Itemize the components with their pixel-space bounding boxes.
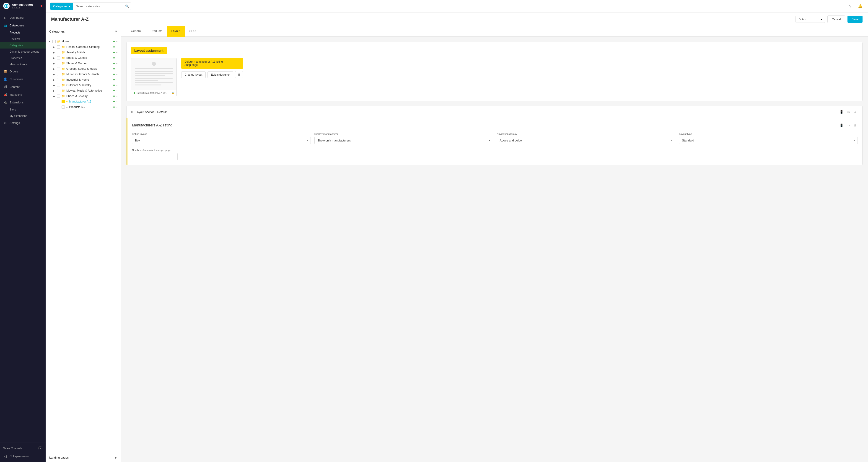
tree-item-books-games[interactable]: ▶ 📁 Books & Games ··· — [50, 55, 121, 61]
tree-checkbox-shoes-jewelry[interactable] — [57, 95, 60, 98]
tree-checkbox-home[interactable] — [53, 40, 56, 43]
tree-checkbox-jewelry[interactable] — [57, 51, 60, 54]
save-button[interactable]: Save — [847, 16, 863, 23]
tree-more-shoes-jewelry[interactable]: ··· — [116, 95, 118, 98]
listing-tablet-icon[interactable]: ▭ — [845, 123, 851, 128]
tab-seo[interactable]: SEO — [185, 26, 200, 36]
sidebar-header: Administration 6.4.20.1 — [0, 0, 45, 12]
sidebar-item-orders[interactable]: 📦 Orders — [0, 68, 45, 75]
listing-layout-select[interactable]: Box ▾ — [132, 137, 311, 144]
tree-more-shoes-garden[interactable]: ··· — [116, 62, 118, 65]
sidebar-item-categories[interactable]: Categories — [0, 42, 45, 48]
tree-checkbox-health[interactable] — [57, 45, 60, 48]
tree-item-shoes-garden[interactable]: ▶ 📁 Shoes & Garden ··· — [50, 61, 121, 66]
tree-more-home[interactable]: ··· — [116, 40, 118, 43]
sidebar-item-my-extensions[interactable]: My extensions — [0, 113, 45, 119]
tree-expand-industrial[interactable]: ▶ — [53, 78, 56, 81]
tree-expand-health[interactable]: ▶ — [53, 45, 56, 48]
display-manufacturer-select[interactable]: Show only manufacturers ▾ — [314, 137, 493, 144]
tree-more-manufacturer[interactable]: ··· — [116, 100, 118, 103]
tree-expand-outdoors[interactable]: ▶ — [53, 84, 56, 87]
tablet-device-icon[interactable]: ▭ — [845, 109, 851, 114]
mobile-device-icon[interactable]: 📱 — [839, 109, 844, 114]
cancel-button[interactable]: Cancel — [828, 15, 845, 23]
tree-more-books[interactable]: ··· — [116, 56, 118, 60]
sidebar-item-manufacturers[interactable]: Manufacturers — [0, 61, 45, 68]
desktop-device-icon[interactable]: 🖥 — [852, 109, 858, 114]
tab-general[interactable]: General — [126, 26, 146, 36]
tree-item-shoes-jewelry[interactable]: ▶ 📁 Shoes & Jewelry ··· — [50, 93, 121, 99]
sidebar-item-collapse[interactable]: ◁ Collapse menu — [0, 453, 45, 460]
tree-checkbox-books[interactable] — [57, 56, 60, 60]
sidebar-item-content[interactable]: 🖼 Content — [0, 83, 45, 91]
tree-item-outdoors-jewelry[interactable]: ▶ 📁 Outdoors & Jewelry ··· — [50, 82, 121, 88]
layout-tooltip-type: Shop page — [184, 63, 240, 67]
sidebar-item-dynamic-product-groups[interactable]: Dynamic product groups — [0, 48, 45, 55]
tree-more-grocery[interactable]: ··· — [116, 67, 118, 70]
tab-products[interactable]: Products — [146, 26, 167, 36]
tree-item-home[interactable]: ▾ 📁 Home ··· — [45, 39, 121, 44]
sidebar-nav: ⊙ Dashboard ▤ Catalogues Products Review… — [0, 12, 45, 442]
tree-more-health[interactable]: ··· — [116, 45, 118, 48]
tree-expand-books[interactable]: ▶ — [53, 56, 56, 60]
tree-expand-shoes-jewelry[interactable]: ▶ — [53, 95, 56, 98]
listing-desktop-icon[interactable]: 🖥 — [852, 123, 858, 128]
change-layout-button[interactable]: Change layout — [181, 71, 206, 78]
sidebar-item-properties[interactable]: Properties — [0, 55, 45, 61]
landing-pages-row[interactable]: Landing pages ▶ — [45, 453, 121, 462]
tree-checkbox-products-az[interactable] — [62, 105, 65, 109]
tree-checkbox-industrial[interactable] — [57, 78, 60, 81]
tree-checkbox-outdoors[interactable] — [57, 84, 60, 87]
panel-collapse-button[interactable]: ▾ — [115, 29, 117, 33]
tree-expand-jewelry[interactable]: ▶ — [53, 51, 56, 54]
tree-item-music-outdoors[interactable]: ▶ 📁 Music, Outdoors & Health ··· — [50, 71, 121, 77]
tree-expand-grocery[interactable]: ▶ — [53, 67, 56, 70]
tree-checkbox-shoes-garden[interactable] — [57, 62, 60, 65]
layout-type-select[interactable]: Standard ▾ — [679, 137, 858, 144]
tree-item-industrial-home[interactable]: ▶ 📁 Industrial & Home ··· — [50, 77, 121, 82]
add-sales-channel-button[interactable]: + — [38, 446, 42, 450]
tree-expand-music[interactable]: ▶ — [53, 73, 56, 76]
manufacturers-per-page-input[interactable]: 24 — [132, 153, 178, 160]
sidebar-item-dashboard[interactable]: ⊙ Dashboard — [0, 14, 45, 22]
tree-item-manufacturer-az[interactable]: ● Manufacturer A-Z ··· — [55, 99, 121, 104]
tree-item-grocery-sports[interactable]: ▶ 📁 Grocery, Sports & Music ··· — [50, 66, 121, 71]
tree-item-jewelry-kids[interactable]: ▶ 📁 Jewelry & Kids ··· — [50, 50, 121, 55]
preview-sm-2 — [135, 73, 173, 74]
delete-layout-button[interactable]: 🗑 — [235, 71, 243, 78]
notifications-icon[interactable]: 🔔 — [857, 3, 863, 9]
search-input[interactable] — [73, 3, 123, 10]
tab-layout[interactable]: Layout — [167, 26, 185, 37]
tree-more-movies[interactable]: ··· — [116, 89, 118, 92]
tree-more-industrial[interactable]: ··· — [116, 78, 118, 81]
tree-item-movies-music[interactable]: ▶ 📁 Movies, Music & Automotive ··· — [50, 88, 121, 93]
tree-expand-movies[interactable]: ▶ — [53, 89, 56, 92]
categories-button[interactable]: Categories ▾ — [51, 3, 73, 10]
tree-expand-home[interactable]: ▾ — [48, 40, 51, 43]
sidebar-item-customers[interactable]: 👤 Customers — [0, 75, 45, 83]
help-icon[interactable]: ? — [847, 3, 854, 9]
tree-more-products-az[interactable]: ··· — [116, 105, 118, 109]
search-button[interactable]: 🔍 — [123, 3, 131, 10]
language-selector[interactable]: Dutch ▾ — [796, 16, 825, 23]
navigation-display-select[interactable]: Above and below ▾ — [497, 137, 676, 144]
sidebar-item-marketing[interactable]: 📣 Marketing — [0, 91, 45, 99]
listing-mobile-icon[interactable]: 📱 — [839, 123, 844, 128]
tree-checkbox-movies[interactable] — [57, 89, 60, 92]
sidebar-item-products[interactable]: Products — [0, 29, 45, 36]
tree-more-music[interactable]: ··· — [116, 73, 118, 76]
sidebar-item-settings[interactable]: ⚙ Settings — [0, 119, 45, 127]
tree-checkbox-manufacturer[interactable] — [62, 100, 65, 103]
tree-more-jewelry[interactable]: ··· — [116, 51, 118, 54]
sidebar-item-reviews[interactable]: Reviews — [0, 36, 45, 42]
edit-in-designer-button[interactable]: Edit in designer — [208, 71, 233, 78]
sidebar-item-store[interactable]: Store — [0, 106, 45, 113]
tree-expand-shoes-garden[interactable]: ▶ — [53, 62, 56, 65]
sidebar-item-extensions[interactable]: 🔌 Extensions — [0, 99, 45, 106]
sidebar-item-catalogues[interactable]: ▤ Catalogues — [0, 22, 45, 29]
tree-checkbox-grocery[interactable] — [57, 67, 60, 70]
tree-checkbox-music[interactable] — [57, 73, 60, 76]
tree-item-products-az[interactable]: ● Products A-Z ··· — [55, 104, 121, 110]
tree-more-outdoors[interactable]: ··· — [116, 84, 118, 87]
tree-item-health-garden[interactable]: ▶ 📁 Health, Garden & Clothing ··· — [50, 44, 121, 50]
